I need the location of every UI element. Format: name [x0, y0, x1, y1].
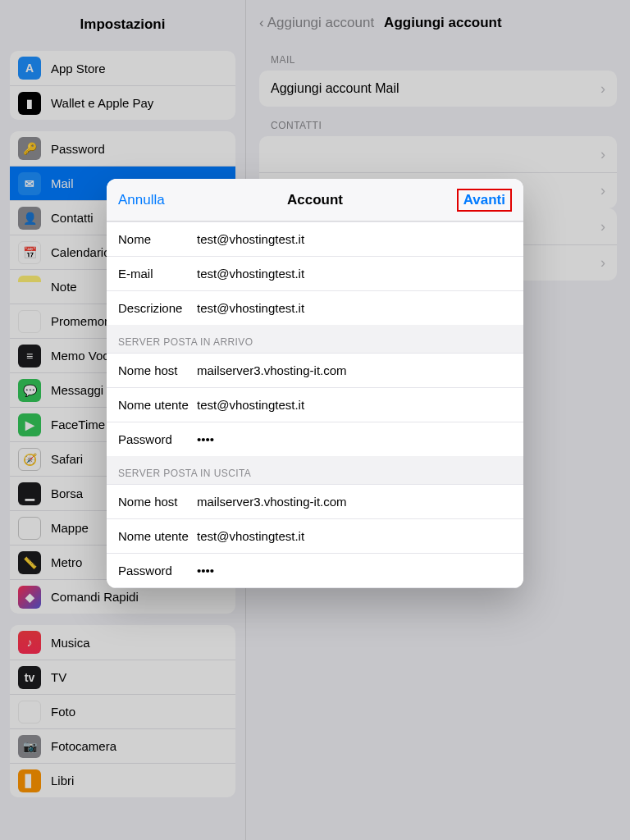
- account-row[interactable]: Descrizionetest@vhostingtest.it: [107, 290, 523, 325]
- outgoing-row[interactable]: Nome utentetest@vhostingtest.it: [107, 518, 523, 553]
- field-value[interactable]: test@vhostingtest.it: [197, 232, 512, 246]
- field-value[interactable]: mailserver3.vhosting-it.com: [197, 495, 512, 509]
- field-value[interactable]: test@vhostingtest.it: [197, 398, 512, 412]
- field-value[interactable]: ••••: [197, 564, 512, 578]
- field-label: Nome utente: [118, 398, 197, 412]
- field-label: Nome host: [118, 495, 197, 509]
- field-value[interactable]: test@vhostingtest.it: [197, 529, 512, 543]
- incoming-section-label: SERVER POSTA IN ARRIVO: [107, 325, 523, 353]
- outgoing-section-label: SERVER POSTA IN USCITA: [107, 456, 523, 484]
- outgoing-row[interactable]: Nome hostmailserver3.vhosting-it.com: [107, 484, 523, 518]
- incoming-row[interactable]: Nome hostmailserver3.vhosting-it.com: [107, 353, 523, 387]
- incoming-row[interactable]: Password••••: [107, 422, 523, 456]
- incoming-row[interactable]: Nome utentetest@vhostingtest.it: [107, 387, 523, 422]
- account-row[interactable]: Nometest@vhostingtest.it: [107, 221, 523, 256]
- outgoing-row[interactable]: Password••••: [107, 553, 523, 587]
- field-label: Nome utente: [118, 529, 197, 543]
- account-modal: Annulla Account Avanti Nometest@vhosting…: [107, 179, 523, 588]
- field-label: E-mail: [118, 267, 197, 281]
- field-label: Nome: [118, 232, 197, 246]
- field-value[interactable]: ••••: [197, 432, 512, 446]
- field-label: Nome host: [118, 363, 197, 377]
- field-label: Password: [118, 432, 197, 446]
- field-label: Descrizione: [118, 301, 197, 315]
- cancel-button[interactable]: Annulla: [118, 192, 165, 208]
- field-value[interactable]: test@vhostingtest.it: [197, 267, 512, 281]
- field-value[interactable]: test@vhostingtest.it: [197, 301, 512, 315]
- account-row[interactable]: E-mailtest@vhostingtest.it: [107, 256, 523, 290]
- next-button[interactable]: Avanti: [457, 189, 512, 212]
- field-value[interactable]: mailserver3.vhosting-it.com: [197, 363, 512, 377]
- field-label: Password: [118, 564, 197, 578]
